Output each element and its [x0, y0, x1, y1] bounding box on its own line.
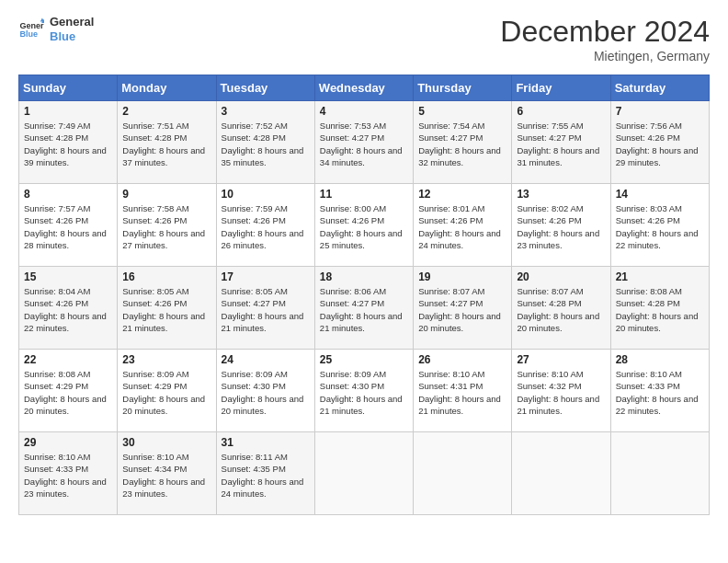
calendar-cell	[610, 432, 709, 515]
day-number: 26	[418, 353, 506, 366]
calendar-cell: 31Sunrise: 8:11 AMSunset: 4:35 PMDayligh…	[216, 432, 314, 515]
day-number: 14	[616, 188, 704, 201]
day-number: 1	[24, 105, 112, 118]
day-number: 22	[24, 353, 112, 366]
day-number: 25	[320, 353, 408, 366]
calendar-cell: 9Sunrise: 7:58 AMSunset: 4:26 PMDaylight…	[118, 184, 216, 267]
calendar-cell	[414, 432, 512, 515]
day-info: Sunrise: 8:09 AMSunset: 4:30 PMDaylight:…	[320, 368, 408, 417]
day-number: 9	[122, 188, 210, 201]
calendar-cell: 29Sunrise: 8:10 AMSunset: 4:33 PMDayligh…	[19, 432, 118, 515]
day-number: 2	[122, 105, 210, 118]
day-number: 13	[517, 188, 605, 201]
day-info: Sunrise: 7:58 AMSunset: 4:26 PMDaylight:…	[122, 202, 210, 251]
calendar-cell: 22Sunrise: 8:08 AMSunset: 4:29 PMDayligh…	[19, 350, 118, 432]
calendar-cell: 28Sunrise: 8:10 AMSunset: 4:33 PMDayligh…	[610, 350, 709, 432]
calendar-week-3: 15Sunrise: 8:04 AMSunset: 4:26 PMDayligh…	[19, 267, 710, 350]
calendar-week-1: 1Sunrise: 7:49 AMSunset: 4:28 PMDaylight…	[19, 101, 710, 184]
calendar-cell: 18Sunrise: 8:06 AMSunset: 4:27 PMDayligh…	[314, 267, 413, 350]
day-number: 10	[222, 188, 310, 201]
day-number: 30	[122, 436, 210, 449]
day-number: 3	[222, 105, 310, 118]
day-number: 4	[320, 105, 408, 118]
calendar-cell	[314, 432, 413, 515]
location: Mietingen, Germany	[500, 49, 710, 63]
calendar-cell: 15Sunrise: 8:04 AMSunset: 4:26 PMDayligh…	[19, 267, 118, 350]
weekday-header-thursday: Thursday	[414, 75, 512, 101]
day-number: 11	[320, 188, 408, 201]
day-info: Sunrise: 8:09 AMSunset: 4:30 PMDaylight:…	[222, 368, 310, 417]
logo: General Blue General Blue	[18, 15, 94, 43]
header: General Blue General Blue December 2024 …	[18, 15, 710, 63]
calendar-cell: 21Sunrise: 8:08 AMSunset: 4:28 PMDayligh…	[610, 267, 709, 350]
main-container: General Blue General Blue December 2024 …	[0, 0, 728, 524]
title-block: December 2024 Mietingen, Germany	[500, 15, 710, 63]
calendar-cell: 3Sunrise: 7:52 AMSunset: 4:28 PMDaylight…	[216, 101, 314, 184]
day-info: Sunrise: 7:56 AMSunset: 4:26 PMDaylight:…	[616, 120, 704, 168]
calendar-cell: 30Sunrise: 8:10 AMSunset: 4:34 PMDayligh…	[118, 432, 216, 515]
day-info: Sunrise: 8:01 AMSunset: 4:26 PMDaylight:…	[418, 202, 506, 251]
day-number: 28	[616, 353, 704, 366]
day-number: 17	[222, 270, 310, 283]
calendar-cell: 26Sunrise: 8:10 AMSunset: 4:31 PMDayligh…	[414, 350, 512, 432]
day-info: Sunrise: 7:55 AMSunset: 4:27 PMDaylight:…	[517, 120, 605, 168]
day-info: Sunrise: 7:49 AMSunset: 4:28 PMDaylight:…	[24, 120, 112, 168]
calendar-cell: 20Sunrise: 8:07 AMSunset: 4:28 PMDayligh…	[512, 267, 610, 350]
logo-general: General	[50, 15, 94, 29]
day-info: Sunrise: 7:52 AMSunset: 4:28 PMDaylight:…	[222, 120, 310, 168]
day-info: Sunrise: 8:10 AMSunset: 4:31 PMDaylight:…	[418, 368, 506, 417]
day-number: 19	[418, 270, 506, 283]
day-number: 21	[616, 270, 704, 283]
calendar-cell: 10Sunrise: 7:59 AMSunset: 4:26 PMDayligh…	[216, 184, 314, 267]
calendar-cell: 14Sunrise: 8:03 AMSunset: 4:26 PMDayligh…	[610, 184, 709, 267]
day-number: 12	[418, 188, 506, 201]
calendar-cell: 25Sunrise: 8:09 AMSunset: 4:30 PMDayligh…	[314, 350, 413, 432]
calendar-cell	[512, 432, 610, 515]
calendar-cell: 5Sunrise: 7:54 AMSunset: 4:27 PMDaylight…	[414, 101, 512, 184]
day-info: Sunrise: 8:10 AMSunset: 4:34 PMDaylight:…	[122, 451, 210, 500]
day-number: 23	[122, 353, 210, 366]
day-number: 29	[24, 436, 112, 449]
calendar-cell: 7Sunrise: 7:56 AMSunset: 4:26 PMDaylight…	[610, 101, 709, 184]
day-info: Sunrise: 7:53 AMSunset: 4:27 PMDaylight:…	[320, 120, 408, 168]
day-info: Sunrise: 8:05 AMSunset: 4:26 PMDaylight:…	[122, 285, 210, 334]
calendar-cell: 4Sunrise: 7:53 AMSunset: 4:27 PMDaylight…	[314, 101, 413, 184]
day-number: 18	[320, 270, 408, 283]
logo-blue: Blue	[50, 29, 94, 44]
day-info: Sunrise: 8:07 AMSunset: 4:27 PMDaylight:…	[418, 285, 506, 334]
day-number: 15	[24, 270, 112, 283]
day-number: 8	[24, 188, 112, 201]
calendar-cell: 24Sunrise: 8:09 AMSunset: 4:30 PMDayligh…	[216, 350, 314, 432]
calendar-cell: 17Sunrise: 8:05 AMSunset: 4:27 PMDayligh…	[216, 267, 314, 350]
day-number: 6	[517, 105, 605, 118]
day-info: Sunrise: 8:10 AMSunset: 4:33 PMDaylight:…	[24, 451, 112, 500]
day-number: 27	[517, 353, 605, 366]
day-number: 24	[222, 353, 310, 366]
day-info: Sunrise: 7:57 AMSunset: 4:26 PMDaylight:…	[24, 202, 112, 251]
day-info: Sunrise: 8:07 AMSunset: 4:28 PMDaylight:…	[517, 285, 605, 334]
calendar-cell: 11Sunrise: 8:00 AMSunset: 4:26 PMDayligh…	[314, 184, 413, 267]
calendar-cell: 27Sunrise: 8:10 AMSunset: 4:32 PMDayligh…	[512, 350, 610, 432]
day-info: Sunrise: 8:05 AMSunset: 4:27 PMDaylight:…	[222, 285, 310, 334]
weekday-header-saturday: Saturday	[610, 75, 709, 101]
day-info: Sunrise: 8:08 AMSunset: 4:28 PMDaylight:…	[616, 285, 704, 334]
calendar-cell: 6Sunrise: 7:55 AMSunset: 4:27 PMDaylight…	[512, 101, 610, 184]
day-info: Sunrise: 8:02 AMSunset: 4:26 PMDaylight:…	[517, 202, 605, 251]
day-number: 7	[616, 105, 704, 118]
calendar-cell: 12Sunrise: 8:01 AMSunset: 4:26 PMDayligh…	[414, 184, 512, 267]
day-info: Sunrise: 8:08 AMSunset: 4:29 PMDaylight:…	[24, 368, 112, 417]
day-info: Sunrise: 8:06 AMSunset: 4:27 PMDaylight:…	[320, 285, 408, 334]
calendar-week-5: 29Sunrise: 8:10 AMSunset: 4:33 PMDayligh…	[19, 432, 710, 515]
day-number: 20	[517, 270, 605, 283]
day-info: Sunrise: 8:04 AMSunset: 4:26 PMDaylight:…	[24, 285, 112, 334]
calendar-week-2: 8Sunrise: 7:57 AMSunset: 4:26 PMDaylight…	[19, 184, 710, 267]
day-info: Sunrise: 8:09 AMSunset: 4:29 PMDaylight:…	[122, 368, 210, 417]
calendar-table: SundayMondayTuesdayWednesdayThursdayFrid…	[18, 75, 710, 515]
weekday-header-tuesday: Tuesday	[216, 75, 314, 101]
weekday-header-monday: Monday	[118, 75, 216, 101]
month-title: December 2024	[500, 15, 710, 49]
day-info: Sunrise: 7:54 AMSunset: 4:27 PMDaylight:…	[418, 120, 506, 168]
calendar-week-4: 22Sunrise: 8:08 AMSunset: 4:29 PMDayligh…	[19, 350, 710, 432]
calendar-body: 1Sunrise: 7:49 AMSunset: 4:28 PMDaylight…	[19, 101, 710, 515]
logo-icon: General Blue	[18, 17, 44, 42]
